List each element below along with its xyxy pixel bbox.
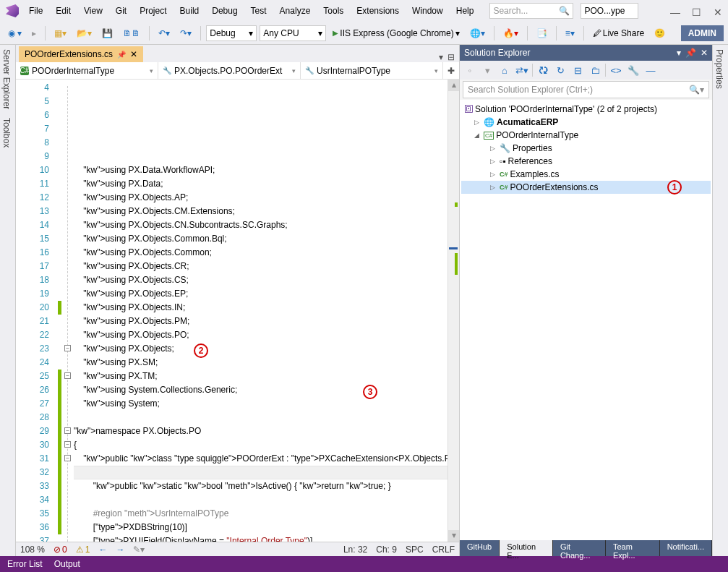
browser-link-button[interactable]: 🌐▾ (466, 26, 489, 40)
warning-icon: ⚠ (76, 545, 84, 555)
globe-icon: 🌐 (484, 117, 494, 127)
properties-tab[interactable]: Properties (714, 49, 724, 89)
window-minimize-icon[interactable]: — (670, 7, 679, 15)
close-tab-icon[interactable]: ✕ (130, 49, 137, 59)
menu-file[interactable]: File (23, 3, 48, 19)
tab-github[interactable]: GitHub (460, 540, 500, 556)
vertical-scrollbar[interactable]: ▴ ▾ (447, 80, 459, 542)
collapse-icon[interactable]: ▷ (474, 119, 481, 126)
tab-popout-icon[interactable]: ⊟ (447, 52, 455, 62)
tree-examples-file[interactable]: ▷C#Examples.cs (461, 168, 711, 181)
start-button[interactable]: ▶IIS Express (Google Chrome) ▾ (329, 26, 463, 40)
nav-class-dropdown[interactable]: 🔧PX.Objects.PO.POOrderExt▾ (158, 62, 301, 79)
open-button[interactable]: 📂▾ (73, 26, 95, 40)
menu-view[interactable]: View (78, 3, 108, 19)
error-icon: ⊘ (53, 545, 61, 555)
undo-button[interactable]: ↶▾ (155, 26, 174, 40)
window-close-icon[interactable]: ✕ (714, 7, 722, 15)
toolbox-tab[interactable]: Toolbox (1, 118, 14, 148)
tab-solution-explorer[interactable]: Solution E... (500, 540, 553, 556)
nav-fwd-button[interactable]: ▸ (28, 26, 40, 40)
admin-badge: ADMIN (681, 25, 724, 41)
solution-name-pill[interactable]: POO...ype (581, 3, 638, 19)
menu-help[interactable]: Help (450, 3, 480, 19)
se-view-code-icon[interactable]: <> (609, 65, 623, 76)
solution-explorer-search[interactable]: Search Solution Explorer (Ctrl+;) 🔍▾ (463, 81, 709, 98)
code-editor[interactable]: 4567891011121314151617181920212223242526… (16, 80, 459, 542)
nav-next-issue-icon[interactable]: → (116, 545, 124, 555)
menu-test[interactable]: Test (245, 3, 273, 19)
tree-properties-node[interactable]: ▷🔧Properties (461, 142, 711, 155)
tree-solution-node[interactable]: 🞖Solution 'POOrderInternalType' (2 of 2 … (461, 103, 711, 116)
nav-member-dropdown[interactable]: 🔧UsrInternalPOType▾ (301, 62, 443, 79)
panel-pin-icon[interactable]: 📌 (685, 48, 696, 58)
save-button[interactable]: 💾 (98, 26, 116, 40)
tab-team-explorer[interactable]: Team Expl... (606, 540, 660, 556)
menu-extensions[interactable]: Extensions (351, 3, 405, 19)
se-refresh-icon[interactable]: ↻ (553, 65, 568, 76)
menu-debug[interactable]: Debug (206, 3, 243, 19)
file-tab-active[interactable]: POOrderExtensions.cs 📌 ✕ (19, 46, 143, 62)
editor-pane: POOrderExtensions.cs 📌 ✕ ▾ ⊟ C#POOrderIn… (16, 45, 459, 556)
tree-poorderext-file[interactable]: ▷C#POOrderExtensions.cs 1 (461, 181, 711, 194)
tab-git-changes[interactable]: Git Chang... (553, 540, 606, 556)
comment-button[interactable]: ≡▾ (562, 26, 578, 40)
se-home-icon[interactable]: ⌂ (497, 65, 512, 76)
menu-project[interactable]: Project (134, 3, 172, 19)
warning-count[interactable]: ⚠1 (76, 545, 90, 555)
nav-prev-issue-icon[interactable]: ← (98, 545, 107, 555)
nav-project-dropdown[interactable]: C#POOrderInternalType▾ (16, 62, 158, 79)
server-explorer-tab[interactable]: Server Explorer (1, 49, 14, 109)
expand-icon[interactable]: ◢ (474, 132, 481, 139)
se-collapse-icon[interactable]: ⊟ (570, 65, 585, 76)
hot-reload-button[interactable]: 🔥▾ (500, 26, 522, 40)
se-fwd-icon[interactable]: ▾ (480, 65, 494, 76)
line-endings[interactable]: CRLF (432, 545, 455, 555)
panel-dropdown-icon[interactable]: ▾ (677, 48, 681, 58)
zoom-level[interactable]: 108 % (20, 545, 45, 555)
class-icon: 🔧 (163, 67, 171, 75)
nav-split-button[interactable]: ✚ (443, 62, 459, 79)
menu-edit[interactable]: Edit (50, 3, 77, 19)
se-properties-icon[interactable]: 🔧 (626, 65, 641, 76)
title-search-input[interactable]: Search... 🔍 (489, 3, 573, 19)
right-rail: Properties (712, 45, 728, 556)
document-tab-strip: POOrderExtensions.cs 📌 ✕ ▾ ⊟ (16, 45, 459, 62)
status-output[interactable]: Output (54, 559, 80, 569)
main-toolbar: ◉ ▾ ▸ ▦▾ 📂▾ 💾 🗎🗎 ↶▾ ↷▾ Debug▾ Any CPU▾ ▶… (0, 22, 728, 45)
save-all-button[interactable]: 🗎🗎 (119, 26, 144, 40)
tab-notifications[interactable]: Notificati... (660, 540, 712, 556)
se-switch-icon[interactable]: ⇄▾ (515, 65, 529, 76)
status-error-list[interactable]: Error List (7, 559, 43, 569)
menu-tools[interactable]: Tools (317, 3, 349, 19)
window-maximize-icon[interactable]: ☐ (692, 7, 701, 15)
panel-close-icon[interactable]: ✕ (701, 48, 708, 58)
se-show-all-icon[interactable]: 🗀 (588, 65, 602, 76)
feedback-button[interactable]: 🙂 (651, 26, 669, 40)
solution-tree[interactable]: 🞖Solution 'POOrderInternalType' (2 of 2 … (460, 100, 712, 540)
pin-icon[interactable]: 📌 (117, 51, 126, 59)
menu-build[interactable]: Build (174, 3, 205, 19)
tree-project-acumatica[interactable]: ▷🌐AcumaticaERP (461, 116, 711, 129)
menu-analyze[interactable]: Analyze (274, 3, 317, 19)
indent-mode[interactable]: SPC (406, 545, 424, 555)
menu-git[interactable]: Git (110, 3, 132, 19)
se-preview-icon[interactable]: — (643, 65, 658, 76)
build-status-icon[interactable]: ✎▾ (133, 545, 145, 555)
vs-logo-icon (6, 4, 19, 17)
tab-dropdown-icon[interactable]: ▾ (439, 52, 443, 62)
annotation-3: 3 (363, 385, 377, 399)
tree-project-poorder[interactable]: ◢C#POOrderInternalType (461, 129, 711, 142)
config-dropdown[interactable]: Debug▾ (206, 25, 257, 41)
error-count[interactable]: ⊘0 (53, 545, 67, 555)
nav-back-button[interactable]: ◉ ▾ (4, 26, 25, 40)
se-sync-icon[interactable]: 🗘 (536, 65, 550, 76)
tree-references-node[interactable]: ▷▫▪References (461, 155, 711, 168)
platform-dropdown[interactable]: Any CPU▾ (260, 25, 326, 41)
menu-window[interactable]: Window (406, 3, 449, 19)
live-share-button[interactable]: 🖉 Live Share (589, 26, 648, 40)
new-project-button[interactable]: ▦▾ (51, 26, 70, 40)
find-in-files-button[interactable]: 📑 (533, 26, 551, 40)
redo-button[interactable]: ↷▾ (176, 26, 195, 40)
se-back-icon[interactable]: ◦ (463, 65, 477, 76)
